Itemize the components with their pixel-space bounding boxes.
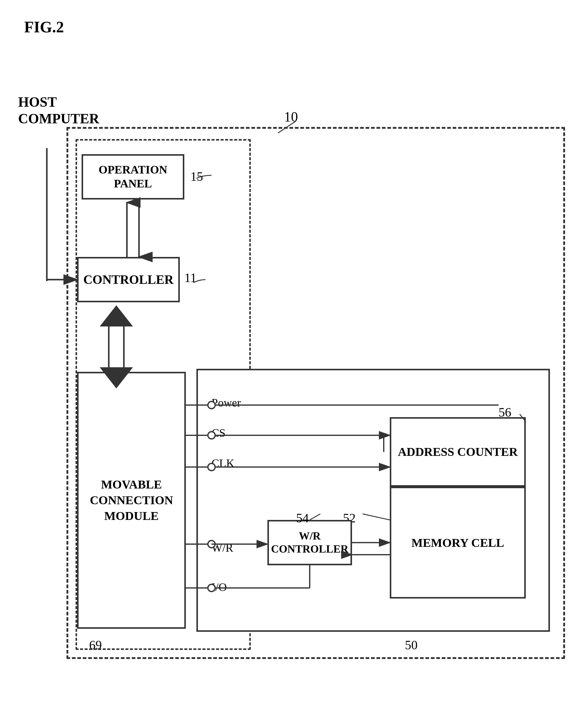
controller-box: CONTROLLER [77, 257, 180, 302]
memory-cell-box: MEMORY CELL [390, 487, 526, 598]
label-50: 50 [405, 638, 418, 652]
io-label: I/O [211, 580, 227, 594]
label-10: 10 [284, 109, 298, 125]
label-11: 11 [184, 270, 196, 285]
wr-label: W/R [211, 541, 233, 554]
label-54: 54 [296, 511, 309, 525]
label-15: 15 [190, 169, 203, 184]
wr-controller-box: W/RCONTROLLER [267, 520, 352, 565]
power-label: Power [211, 396, 241, 409]
fig-label: FIG.2 [24, 18, 64, 36]
movable-connection-module-box: MOVABLECONNECTIONMODULE [77, 372, 186, 629]
operation-panel-box: OPERATIONPANEL [82, 154, 184, 200]
host-computer-label: HOSTCOMPUTER [18, 94, 99, 127]
label-56: 56 [499, 405, 511, 420]
address-counter-box: ADDRESS COUNTER [390, 417, 526, 487]
clk-label: CLK [211, 456, 234, 470]
cs-label: CS [211, 426, 225, 440]
label-69: 69 [89, 638, 102, 652]
